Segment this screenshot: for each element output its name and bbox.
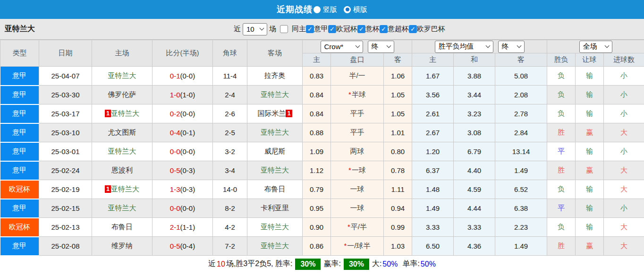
away-odds-cell: 0.99 [384,218,412,237]
layout-radio-horizontal[interactable] [344,6,351,13]
bookmaker-select-value: Crow* [324,43,344,51]
filter-controls: 近 10 场 同主 ✓ 意甲 ✓ 欧冠杯 ✓ 意杯 ✓ 意超杯 ✓ 欧罗巴杯 [35,23,644,35]
home-team-cell: 佛罗伦萨 [92,86,153,104]
red-card-badge: 1 [105,110,111,117]
handicap-cell: 一球 [331,180,384,199]
score-cell: 1-0(1-0) [153,86,213,104]
goals-cell: 大 [604,218,644,237]
home-odds-cell: 0.90 [303,218,331,237]
league-checkbox-0[interactable]: ✓ [306,25,314,33]
draw-odds-cell: 3.33 [454,218,495,237]
result-cell: 负 [547,67,576,86]
win-odds-cell: 3.56 [412,86,454,104]
league-checkbox-4[interactable]: ✓ [409,25,417,33]
away-team-cell: 亚特兰大 [247,218,303,237]
away-team-name: 威尼斯 [264,147,286,155]
score-cell: 1-3(0-3) [153,180,213,199]
league-checkbox-1[interactable]: ✓ [328,25,336,33]
draw-odds-cell: 4.36 [454,237,495,256]
home-team-cell: 布鲁日 [92,218,153,237]
corners-cell: 4-2 [213,218,247,237]
home-team-cell: 1亚特兰大 [92,104,153,123]
date-cell: 25-02-24 [39,161,92,180]
cover-label: 赢率: [323,259,340,269]
europe-state-value: 终 [502,42,509,51]
score-cell: 0-2(0-0) [153,104,213,123]
away-team-name: 拉齐奥 [264,71,286,79]
win-odds-cell: 2.67 [412,123,454,142]
subheader-lose: 客 [495,53,547,67]
table-row: 意甲25-04-07亚特兰大0-1(0-0)11-4拉齐奥0.83半/一1.06… [0,67,644,86]
score-cell: 0-0(0-0) [153,199,213,218]
home-team-cell: 尤文图斯 [92,123,153,142]
away-team-cell: 亚特兰大 [247,161,303,180]
date-cell: 25-02-19 [39,180,92,199]
score-cell: 0-4(0-1) [153,123,213,142]
handicap-text: 平手 [350,128,364,136]
scope-select[interactable]: 全场 [579,41,612,53]
home-team-name: 恩波利 [111,166,133,174]
draw-odds-cell: 3.23 [454,104,495,123]
red-card-badge: 1 [105,185,111,193]
score-cell: 0-5(0-3) [153,161,213,180]
date-cell: 25-03-30 [39,86,92,104]
home-team-name: 布鲁日 [111,223,133,231]
score-cell: 2-1(1-1) [153,218,213,237]
league-checkbox-2[interactable]: ✓ [357,25,365,33]
win-odds-cell: 1.49 [412,199,454,218]
league-cell: 欧冠杯 [0,218,39,237]
away-team-cell: 卡利亚里 [247,199,303,218]
handicap-result-cell: 输 [576,67,604,86]
away-team-cell: 威尼斯 [247,142,303,161]
handicap-state-select[interactable]: 终 [368,41,394,53]
away-team-cell: 布鲁日 [247,180,303,199]
away-odds-cell: 1.05 [384,104,412,123]
away-team-name: 布鲁日 [264,185,286,193]
handicap-text: 半/一 [349,71,365,79]
corners-cell: 2-6 [213,104,247,123]
league-cell: 意甲 [0,104,39,123]
header-home: 主场 [92,40,153,67]
date-cell: 25-04-07 [39,67,92,86]
bookmaker-select[interactable]: Crow* [321,41,363,53]
league-cell: 意甲 [0,161,39,180]
win-odds-cell: 1.20 [412,142,454,161]
layout-radio-vertical[interactable] [314,6,321,13]
away-team-name: 亚特兰大 [261,90,289,98]
league-checkbox-3[interactable]: ✓ [380,25,388,33]
single-label: 单率: [402,259,419,269]
table-row: 欧冠杯25-02-191亚特兰大1-3(0-3)14-0布鲁日0.79一球1.1… [0,180,644,199]
away-team-cell: 国际米兰1 [247,104,303,123]
date-cell: 25-03-01 [39,142,92,161]
header-date: 日期 [39,40,92,67]
home-odds-cell: 0.95 [303,199,331,218]
big-value: 50% [382,260,398,268]
goals-cell: 大 [604,237,644,256]
layout-radio-horizontal-label[interactable]: 横版 [353,5,367,14]
star-marker: * [348,166,351,174]
corners-cell: 14-0 [213,180,247,199]
star-marker: * [347,223,350,231]
europe-odds-select[interactable]: 胜平负均值 [435,41,493,53]
win-rate-badge: 30% [295,259,321,270]
date-cell: 25-03-17 [39,104,92,123]
fulltime-score: 0-5 [170,166,180,174]
layout-radio-vertical-label[interactable]: 竖版 [323,5,337,14]
handicap-text: 一球 [350,204,364,212]
corners-cell: 7-2 [213,237,247,256]
same-venue-checkbox[interactable] [280,25,288,33]
lose-odds-cell: 6.52 [495,180,547,199]
away-odds-cell: 1.01 [384,123,412,142]
fulltime-score: 1-0 [170,91,180,99]
table-row: 意甲25-03-30佛罗伦萨1-0(1-0)2-4亚特兰大0.84*半球1.05… [0,86,644,104]
topbar: 近期战绩 竖版 横版 [0,0,644,19]
lose-odds-cell: 5.08 [495,67,547,86]
lose-odds-cell: 2.78 [495,104,547,123]
big-label: 大: [372,259,381,269]
away-team-name: 亚特兰大 [261,166,289,174]
lose-odds-cell: 13.14 [495,142,547,161]
recent-count-select[interactable]: 10 [243,23,267,35]
result-cell: 平 [547,142,576,161]
europe-state-select[interactable]: 终 [498,41,525,53]
handicap-cell: *一/球半 [331,237,384,256]
